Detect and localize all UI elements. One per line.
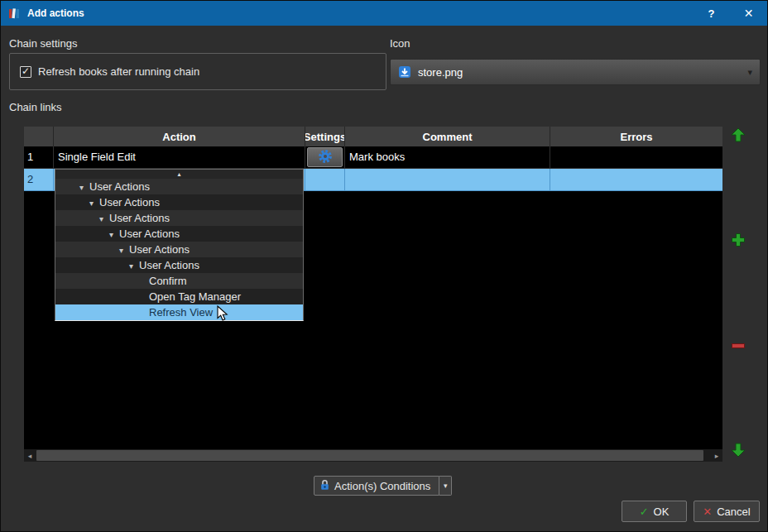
row-number: 1 [24, 146, 54, 169]
action-cell[interactable]: Single Field Edit [54, 146, 305, 169]
help-button[interactable]: ? [693, 1, 730, 26]
tree-expand-icon: ▾ [89, 195, 99, 210]
red-minus-icon [730, 338, 746, 357]
scroll-up-icon[interactable]: ▴ [55, 170, 303, 179]
dropdown-item-label: User Actions [119, 228, 180, 240]
dropdown-item-user-actions[interactable]: ▾User Actions [55, 210, 303, 226]
settings-cell [305, 146, 345, 169]
ok-label: OK [654, 506, 670, 518]
dropdown-item-user-actions[interactable]: ▾User Actions [55, 257, 303, 273]
checkmark-icon: ✓ [22, 66, 30, 76]
move-up-button[interactable] [729, 127, 747, 145]
green-down-arrow-icon [730, 442, 746, 461]
horizontal-scrollbar[interactable]: ◂ ▸ [24, 449, 722, 462]
dropdown-item-user-actions[interactable]: ▾User Actions [55, 226, 303, 242]
dropdown-item-label: Open Tag Manager [149, 290, 241, 303]
remove-link-button[interactable] [729, 338, 747, 356]
dropdown-item-confirm[interactable]: Confirm [55, 273, 303, 289]
conditions-label: Action(s) Conditions [334, 480, 430, 492]
table-row[interactable]: 1 Single Field Edit Mark books [24, 146, 722, 169]
dropdown-item-label: User Actions [109, 212, 170, 224]
table-corner [24, 127, 54, 146]
dropdown-item-user-actions[interactable]: ▾User Actions [55, 179, 303, 194]
lock-icon [319, 479, 330, 493]
scrollbar-thumb[interactable] [36, 450, 703, 461]
tree-expand-icon: ▾ [129, 258, 139, 273]
settings-cell[interactable] [305, 169, 345, 191]
column-header-comment[interactable]: Comment [345, 127, 550, 146]
chain-settings-label: Chain settings [9, 37, 77, 50]
red-cross-icon: ✕ [703, 506, 712, 518]
table-header: Action Settings Comment Errors [24, 127, 722, 146]
action-dropdown-list: ▾User Actions ▾User Actions ▾User Action… [55, 179, 303, 320]
icon-combobox[interactable]: store.png ▾ [390, 59, 761, 85]
chevron-down-icon: ▾ [747, 67, 752, 78]
dropdown-item-label: User Actions [129, 243, 190, 256]
gear-icon [318, 149, 333, 166]
action-dropdown: ▴ ▾User Actions ▾User Actions ▾User Acti… [55, 169, 304, 321]
refresh-books-checkbox[interactable]: ✓ Refresh books after running chain [20, 65, 199, 78]
conditions-dropdown-button[interactable]: ▾ [439, 476, 452, 496]
add-actions-dialog: Add actions ? ✕ Chain settings ✓ Refresh… [0, 0, 768, 532]
window-title: Add actions [27, 7, 84, 19]
cancel-button[interactable]: ✕ Cancel [694, 501, 760, 522]
app-icon [7, 7, 21, 20]
comment-cell[interactable]: Mark books [345, 146, 550, 169]
tree-expand-icon: ▾ [99, 211, 109, 226]
tree-expand-icon: ▾ [79, 180, 89, 194]
move-down-button[interactable] [729, 442, 747, 460]
dropdown-item-label: User Actions [89, 180, 150, 193]
settings-button[interactable] [307, 147, 343, 167]
comment-cell[interactable] [345, 169, 550, 191]
scroll-right-icon[interactable]: ▸ [711, 449, 722, 462]
column-header-settings[interactable]: Settings [305, 127, 345, 146]
chain-links-label: Chain links [9, 101, 62, 113]
dropdown-item-label: User Actions [99, 196, 160, 208]
dropdown-item-user-actions[interactable]: ▾User Actions [55, 194, 303, 210]
conditions-control: Action(s) Conditions ▾ [314, 476, 452, 496]
green-up-arrow-icon [730, 127, 746, 146]
checkbox-label: Refresh books after running chain [38, 65, 199, 78]
dropdown-item-label: Refresh View [149, 306, 213, 319]
green-check-icon: ✓ [640, 506, 649, 518]
add-link-button[interactable] [729, 232, 747, 250]
dropdown-item-refresh-view[interactable]: Refresh View [55, 304, 303, 320]
dropdown-item-label: User Actions [139, 259, 199, 271]
checkbox-icon[interactable]: ✓ [20, 66, 31, 78]
tree-expand-icon: ▾ [109, 227, 119, 242]
column-header-action[interactable]: Action [54, 127, 305, 146]
icon-combobox-value: store.png [418, 66, 463, 79]
chain-settings-group: ✓ Refresh books after running chain [9, 53, 386, 90]
store-icon [398, 65, 411, 79]
action-conditions-button[interactable]: Action(s) Conditions [314, 476, 439, 496]
cancel-label: Cancel [717, 506, 750, 518]
dropdown-item-label: Confirm [149, 275, 187, 287]
titlebar[interactable]: Add actions ? ✕ [1, 1, 767, 26]
column-header-errors[interactable]: Errors [550, 127, 722, 146]
dropdown-item-user-actions[interactable]: ▾User Actions [55, 242, 303, 257]
ok-button[interactable]: ✓ OK [622, 501, 687, 522]
tree-expand-icon: ▾ [119, 242, 129, 257]
scroll-left-icon[interactable]: ◂ [24, 449, 36, 462]
green-plus-icon [730, 232, 746, 251]
row-number: 2 [24, 169, 54, 191]
errors-cell[interactable] [550, 146, 722, 169]
chevron-down-icon: ▾ [444, 482, 448, 490]
icon-label: Icon [390, 37, 410, 50]
dropdown-item-open-tag-manager[interactable]: Open Tag Manager [55, 289, 303, 304]
errors-cell[interactable] [550, 169, 722, 191]
close-button[interactable]: ✕ [730, 1, 767, 26]
